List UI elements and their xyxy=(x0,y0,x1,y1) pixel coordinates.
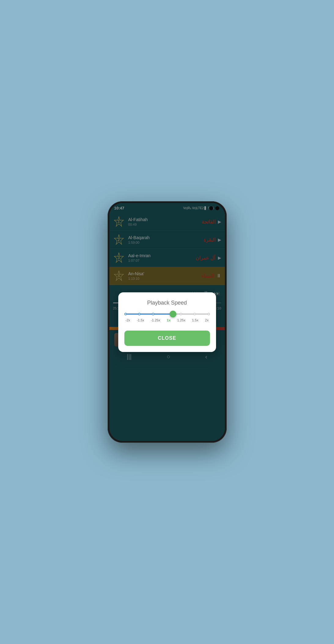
phone-screen: 10:47 Vo)R₁ Vo)LTE2 ▋ 58% 🔲 1 xyxy=(109,203,225,441)
speed-tick-1 xyxy=(138,313,141,315)
speed-track[interactable] xyxy=(126,313,209,315)
speed-tick-0 xyxy=(124,313,127,315)
speed-tick-5 xyxy=(193,313,196,315)
modal-title: Playback Speed xyxy=(124,300,210,306)
speed-tick-4 xyxy=(180,313,182,315)
modal-overlay: Playback Speed xyxy=(109,203,225,441)
playback-speed-modal: Playback Speed xyxy=(118,292,216,352)
speed-labels: -2x -1.5x -1.25x 1x 1.25x 1.5x 2x xyxy=(126,318,209,322)
speed-tick-6 xyxy=(207,313,210,315)
speed-track-left xyxy=(126,313,174,315)
speed-thumb[interactable] xyxy=(170,311,176,317)
speed-slider-container[interactable]: -2x -1.5x -1.25x 1x 1.25x 1.5x 2x xyxy=(124,313,210,322)
speed-label-1: -1.5x xyxy=(137,318,144,322)
close-button[interactable]: CLOSE xyxy=(124,331,210,346)
speed-label-2: -1.25x xyxy=(151,318,160,322)
phone-frame: 10:47 Vo)R₁ Vo)LTE2 ▋ 58% 🔲 1 xyxy=(108,201,227,443)
speed-track-right xyxy=(174,313,208,315)
speed-label-0: -2x xyxy=(126,318,130,322)
speed-label-4: 1.25x xyxy=(177,318,185,322)
speed-tick-2 xyxy=(152,313,154,315)
speed-label-3: 1x xyxy=(167,318,171,322)
speed-label-5: 1.5x xyxy=(192,318,198,322)
speed-label-6: 2x xyxy=(205,318,209,322)
